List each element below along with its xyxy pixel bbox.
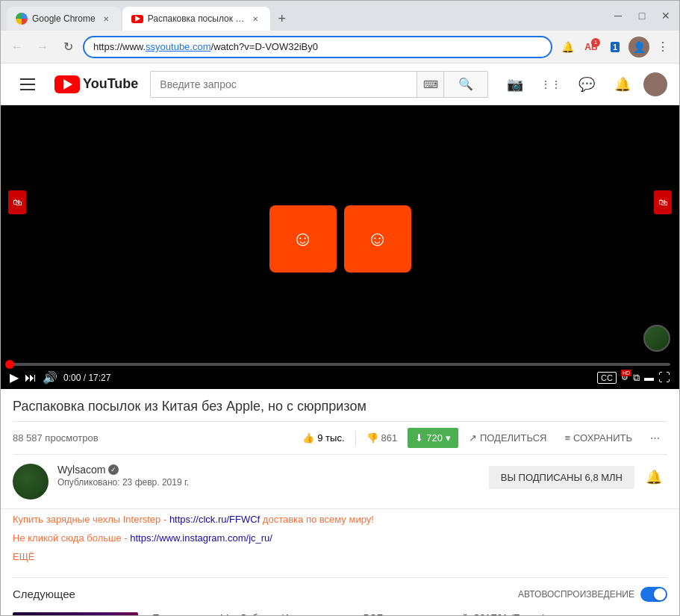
- search-input[interactable]: [150, 71, 417, 98]
- thumbs-down-icon: 👎: [366, 432, 378, 444]
- like-button[interactable]: 👍 9 тыс.: [295, 428, 352, 448]
- youtube-page: YouTube ⌨ 🔍 📷 ⋮⋮ 💬: [1, 63, 679, 615]
- channel-avatar[interactable]: [13, 464, 49, 500]
- action-buttons: 👍 9 тыс. 👎 861 ⬇ 720 ▾ ↗: [295, 428, 667, 448]
- hamburger-icon: [20, 84, 35, 85]
- channel-avatar-img: [13, 464, 49, 500]
- theater-button[interactable]: ▬: [644, 372, 654, 383]
- yt-apps-button[interactable]: ⋮⋮: [536, 69, 566, 99]
- back-button[interactable]: ←: [7, 37, 28, 57]
- address-bar[interactable]: https://www.ssyoutube.com/watch?v=D-VOW3…: [83, 36, 552, 58]
- share-icon: ↗: [469, 432, 477, 444]
- extensions-badge: 1: [591, 38, 600, 47]
- ali-logo-text: ☺: [292, 227, 314, 251]
- download-chevron-icon: ▾: [446, 432, 451, 444]
- close-button[interactable]: ✕: [658, 10, 673, 22]
- desc-line-1: Купить зарядные чехлы Interstep - https:…: [13, 512, 667, 528]
- like-divider: [355, 431, 356, 446]
- new-tab-button[interactable]: +: [272, 8, 293, 29]
- save-button[interactable]: ≡ СОХРАНИТЬ: [557, 428, 640, 448]
- autoplay-label: АВТОВОСПРОИЗВЕДЕНИЕ: [518, 589, 634, 600]
- subscribed-button[interactable]: ВЫ ПОДПИСАНЫ 6,8 МЛН: [489, 466, 634, 489]
- profile-avatar[interactable]: 👤: [628, 37, 649, 57]
- search-icon: 🔍: [458, 77, 473, 91]
- address-url: https://www.ssyoutube.com/watch?v=D-VOW3…: [93, 41, 542, 52]
- browser-window: Google Chrome ✕ Распаковка посылок из Ки…: [0, 0, 680, 616]
- tab-google-chrome-close[interactable]: ✕: [100, 13, 112, 25]
- recommendations: Следующее АВТОВОСПРОИЗВЕДЕНИЕ ПЛОХИЕ ВОП…: [1, 577, 679, 615]
- volume-button[interactable]: 🔊: [43, 370, 57, 385]
- yt-chat-button[interactable]: 💬: [572, 69, 602, 99]
- pip-button[interactable]: ⧉: [633, 372, 640, 384]
- subscribe-section: ВЫ ПОДПИСАНЫ 6,8 МЛН 🔔: [489, 464, 667, 491]
- desc-line-2: Не кликой сюда больше - https://www.inst…: [13, 531, 667, 547]
- channel-date: Опубликовано: 23 февр. 2019 г.: [57, 477, 480, 488]
- video-logos: ☺ ☺: [269, 205, 411, 273]
- video-player[interactable]: ☺ ☺ 🛍 🛍: [1, 105, 679, 389]
- next-button[interactable]: ⏭: [25, 371, 37, 385]
- video-controls: ▶ ⏭ 🔊 0:00 / 17:27 CC ⚙ HD ⧉: [1, 357, 679, 389]
- tab-youtube-title: Распаковка посылок из Китая б: [148, 13, 245, 24]
- rec-header: Следующее АВТОВОСПРОИЗВЕДЕНИЕ: [13, 577, 667, 608]
- play-button[interactable]: ▶: [10, 370, 19, 385]
- addressbar-row: ← → ↻ https://www.ssyoutube.com/watch?v=…: [1, 31, 679, 63]
- account-badge-icon: 1: [611, 42, 620, 52]
- show-more-button[interactable]: ЕЩЁ: [13, 550, 667, 565]
- video-thumbnail: ☺ ☺ 🛍 🛍: [1, 105, 679, 389]
- keyboard-icon: ⌨: [423, 78, 438, 90]
- chrome-menu-button[interactable]: ⋮: [652, 37, 673, 57]
- apps-grid-icon: ⋮⋮: [540, 78, 561, 90]
- autoplay-switch[interactable]: [640, 587, 667, 602]
- video-meta: 88 587 просмотров 👍 9 тыс. 👎 861 ⬇ 720: [13, 421, 667, 455]
- forward-icon: →: [37, 40, 49, 54]
- download-button[interactable]: ⬇ 720 ▾: [408, 428, 458, 448]
- yt-video-create-button[interactable]: 📷: [500, 69, 530, 99]
- right-controls: CC ⚙ HD ⧉ ▬ ⛶: [597, 371, 670, 385]
- youtube-play-icon: [63, 79, 72, 90]
- tab-youtube[interactable]: Распаковка посылок из Китая б ✕: [122, 7, 270, 31]
- more-actions-button[interactable]: ⋯: [643, 428, 667, 448]
- account-button[interactable]: 1: [605, 37, 626, 57]
- download-arrow-icon: ⬇: [415, 432, 423, 444]
- titlebar: Google Chrome ✕ Распаковка посылок из Ки…: [1, 1, 679, 31]
- youtube-logo-icon: [54, 75, 80, 93]
- autoplay-toggle: АВТОВОСПРОИЗВЕДЕНИЕ: [518, 587, 667, 602]
- chrome-favicon-icon: [16, 13, 28, 25]
- back-icon: ←: [11, 40, 23, 54]
- fullscreen-button[interactable]: ⛶: [658, 371, 670, 385]
- youtube-logo-text: YouTube: [83, 76, 138, 92]
- video-info: Распаковка посылок из Китая без Apple, н…: [1, 389, 679, 455]
- toggle-knob: [654, 588, 666, 600]
- minimize-button[interactable]: ─: [611, 10, 626, 22]
- controls-row: ▶ ⏭ 🔊 0:00 / 17:27 CC ⚙ HD ⧉: [10, 370, 670, 385]
- extensions-button[interactable]: АВ 1: [581, 37, 602, 57]
- share-button[interactable]: ↗ ПОДЕЛИТЬСЯ: [461, 428, 554, 448]
- dislike-button[interactable]: 👎 861: [359, 428, 405, 448]
- yt-bell-icon: 🔔: [614, 76, 631, 93]
- desc-link-2[interactable]: https://www.instagram.com/jc_ru/: [130, 532, 272, 544]
- refresh-icon: ↻: [63, 40, 73, 54]
- settings-button[interactable]: ⚙ HD: [621, 373, 628, 382]
- tab-youtube-close[interactable]: ✕: [249, 13, 261, 25]
- refresh-button[interactable]: ↻: [57, 37, 78, 57]
- yt-bell-button[interactable]: 🔔: [608, 69, 637, 99]
- yt-menu-button[interactable]: [13, 69, 43, 99]
- channel-bell-button[interactable]: 🔔: [640, 464, 667, 491]
- yt-user-avatar[interactable]: [643, 72, 667, 96]
- search-button[interactable]: 🔍: [443, 71, 488, 98]
- progress-bar[interactable]: [10, 363, 670, 366]
- maximize-button[interactable]: □: [634, 10, 649, 22]
- tab-google-chrome[interactable]: Google Chrome ✕: [7, 7, 121, 31]
- rec-video-title: = Плохие вопросЫ = Соболев Илья отвечает…: [144, 612, 667, 615]
- desc-link-1[interactable]: https://clck.ru/FFWCf: [169, 514, 260, 525]
- rec-item[interactable]: ПЛОХИЕ ВОПРОСЫ = Плохие вопросЫ = Соболе…: [13, 608, 667, 615]
- youtube-logo[interactable]: YouTube: [54, 75, 138, 93]
- chrome-menu-icon: ⋮: [657, 40, 669, 54]
- search-container: ⌨ 🔍: [150, 71, 488, 98]
- forward-button[interactable]: →: [32, 37, 53, 57]
- subtitles-button[interactable]: CC: [597, 372, 617, 384]
- channel-bell-icon: 🔔: [646, 469, 662, 485]
- thumbs-up-icon: 👍: [302, 432, 314, 444]
- keyboard-button[interactable]: ⌨: [417, 71, 443, 98]
- notifications-button[interactable]: 🔔: [557, 37, 578, 57]
